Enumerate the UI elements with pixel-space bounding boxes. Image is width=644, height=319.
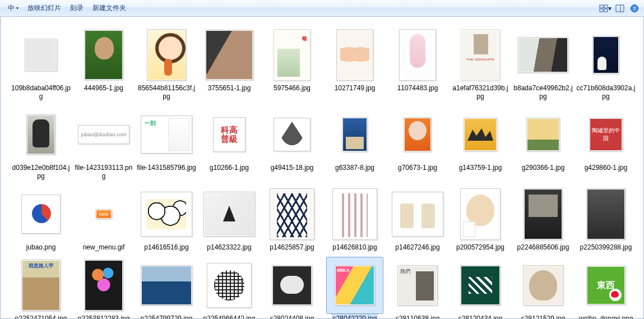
file-item[interactable]: cc71b608da3902a.jpg <box>574 24 637 103</box>
file-thumbnail <box>272 265 312 306</box>
views-icon[interactable]: ▾ <box>599 2 611 15</box>
file-name-label: 444965-1.jpg <box>84 84 124 93</box>
file-item[interactable]: p2246885606.jpg <box>512 183 574 254</box>
file-name-label: p2254799729.jpg <box>140 315 193 319</box>
file-thumbnail-frame: 科高普級 <box>201 107 257 163</box>
file-thumbnail-frame <box>390 186 446 242</box>
file-name-label: s28024408.jpg <box>270 315 315 319</box>
file-item[interactable]: p2254966442.jpg <box>198 254 261 319</box>
file-item[interactable]: 109b8daba04ff06.jpg <box>10 24 72 103</box>
file-thumbnail <box>523 188 563 240</box>
file-item[interactable]: p14626810.jpg <box>323 183 386 254</box>
file-item[interactable]: 5975466.jpg <box>261 24 323 103</box>
file-thumbnail-frame <box>13 27 69 83</box>
file-item[interactable]: p14627246.jpg <box>386 183 449 254</box>
preview-pane-icon[interactable] <box>614 2 626 15</box>
toolbar-item-0[interactable]: 中▾ <box>3 2 23 15</box>
toolbar-item-3[interactable]: 新建文件夹 <box>88 2 131 15</box>
file-item[interactable]: s28042220.jpg <box>323 254 386 319</box>
file-name-label: g429860-1.jpg <box>584 164 628 172</box>
file-item[interactable]: 東西weibo_dongxi.png <box>574 254 637 319</box>
file-item[interactable]: newnew_menu.gif <box>72 183 135 254</box>
svg-rect-1 <box>604 5 608 8</box>
file-thumbnail <box>392 192 443 237</box>
toolbar-item-label: 新建文件夹 <box>92 3 126 13</box>
file-thumbnail-frame <box>327 186 383 242</box>
file-name-label: file-1423193113.png <box>73 164 134 181</box>
file-item[interactable]: g70673-1.jpg <box>386 103 449 183</box>
file-name-label: g63387-8.jpg <box>335 164 375 172</box>
file-item[interactable]: b8ada7ce49962b2.jpg <box>512 24 574 103</box>
toolbar-item-label: 放映幻灯片 <box>27 3 61 13</box>
help-icon[interactable]: ? <box>628 2 641 15</box>
file-item[interactable]: p14623322.jpg <box>198 183 261 254</box>
file-name-label: p14623322.jpg <box>206 243 252 252</box>
file-item[interactable]: 3755651-1.jpg <box>198 24 261 103</box>
toolbar-item-2[interactable]: 刻录 <box>66 2 88 15</box>
file-thumbnail-frame <box>515 27 571 83</box>
file-thumbnail: new <box>95 209 112 219</box>
file-item[interactable]: jubao.png <box>10 183 72 254</box>
file-item[interactable]: jubao@douban.comfile-1423193113.png <box>72 103 135 183</box>
file-thumbnail-frame <box>452 107 508 163</box>
file-item[interactable]: g290366-1.jpg <box>512 103 574 183</box>
file-name-label: p2253812283.jpg <box>77 315 131 319</box>
file-item[interactable]: p14616516.jpg <box>135 183 198 254</box>
file-thumbnail <box>25 39 57 71</box>
file-name-label: b8ada7ce49962b2.jpg <box>513 84 573 101</box>
file-thumbnail <box>518 37 568 73</box>
file-name-label: p2250399288.jpg <box>580 243 633 252</box>
file-thumbnail-frame: 陶罐里的中国 <box>578 107 634 163</box>
file-item[interactable]: s28024408.jpg <box>261 254 323 319</box>
file-item[interactable]: file-1431585796.jpg <box>135 103 198 183</box>
file-item[interactable]: g143759-1.jpg <box>449 103 512 183</box>
file-item[interactable]: g49415-18.jpg <box>261 103 323 183</box>
weibo-logo-icon <box>609 289 622 301</box>
file-name-label: cc71b608da3902a.jpg <box>576 84 636 101</box>
file-thumbnail-frame <box>138 257 194 313</box>
file-item[interactable]: a1efaf76321d39b.jpg <box>449 24 512 103</box>
file-item[interactable]: p200572954.jpg <box>449 183 512 254</box>
file-thumbnail <box>404 117 432 152</box>
file-item[interactable]: s28120434.jpg <box>449 254 512 319</box>
file-item[interactable]: s28121529.jpg <box>512 254 574 319</box>
file-thumbnail <box>399 29 436 81</box>
explorer-toolbar: 中▾放映幻灯片刻录新建文件夹 ▾ ? <box>0 0 644 17</box>
file-item[interactable]: 11074483.jpg <box>386 24 449 103</box>
file-item[interactable]: 陶罐里的中国g429860-1.jpg <box>574 103 637 183</box>
file-item[interactable]: 856544b81156c3f.jpg <box>135 24 198 103</box>
file-name-label: g143759-1.jpg <box>458 164 503 172</box>
file-item[interactable]: 444965-1.jpg <box>72 24 135 103</box>
file-name-label: new_menu.gif <box>82 243 126 252</box>
file-item[interactable]: g63387-8.jpg <box>323 103 386 183</box>
file-name-label: 856544b81156c3f.jpg <box>136 84 197 101</box>
file-item[interactable]: p2254799729.jpg <box>135 254 198 319</box>
file-thumbnail <box>141 192 192 237</box>
file-thumbnail <box>141 265 192 306</box>
file-name-label: 11074483.jpg <box>397 84 439 93</box>
file-item[interactable]: p2253812283.jpg <box>72 254 135 319</box>
file-item[interactable]: p14625857.jpg <box>261 183 323 254</box>
file-thumbnail <box>460 265 501 306</box>
file-thumbnail-frame <box>76 27 132 83</box>
file-thumbnail <box>207 263 252 308</box>
file-grid: 109b8daba04ff06.jpg444965-1.jpg856544b81… <box>10 24 641 319</box>
file-item[interactable]: d039e12e0b8f104.jpg <box>10 103 72 183</box>
file-item[interactable]: 科高普級g10266-1.jpg <box>198 103 261 183</box>
file-name-label: jubao.png <box>26 243 57 252</box>
file-item[interactable]: p2250399288.jpg <box>574 183 637 254</box>
file-list-pane[interactable]: 109b8daba04ff06.jpg444965-1.jpg856544b81… <box>0 17 644 319</box>
file-name-label: d039e12e0b8f104.jpg <box>11 164 71 181</box>
file-item[interactable]: 10271749.jpg <box>323 24 386 103</box>
file-item[interactable]: p2252471054.jpg <box>10 254 72 319</box>
file-thumbnail-frame <box>390 27 446 83</box>
toolbar-item-1[interactable]: 放映幻灯片 <box>23 2 66 15</box>
file-thumbnail-frame: 東西 <box>578 257 634 313</box>
file-thumbnail-frame <box>138 27 194 83</box>
svg-text:?: ? <box>633 6 636 12</box>
file-item[interactable]: s28110638.jpg <box>386 254 449 319</box>
file-name-label: 3755651-1.jpg <box>207 84 252 93</box>
file-name-label: file-1431585796.jpg <box>136 164 196 172</box>
file-thumbnail: jubao@douban.com <box>78 125 129 144</box>
file-thumbnail <box>274 118 311 151</box>
